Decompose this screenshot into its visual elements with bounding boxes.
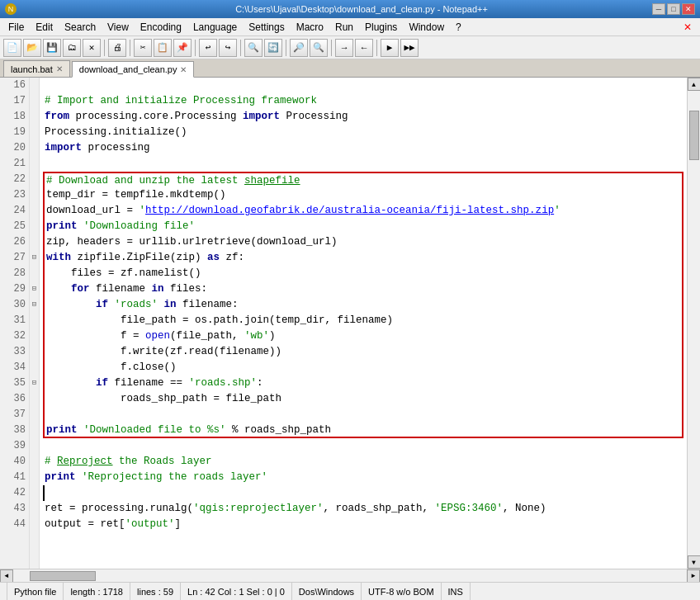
line-number: 31 — [3, 313, 26, 328]
vertical-scrollbar[interactable]: ▲ ▼ — [687, 78, 700, 569]
status-length: length : 1718 — [64, 583, 130, 600]
menu-edit[interactable]: Edit — [31, 20, 58, 35]
scroll-up-arrow[interactable]: ▲ — [688, 78, 701, 91]
scroll-right-arrow[interactable]: ► — [687, 569, 700, 583]
cut-button[interactable]: ✂ — [134, 39, 152, 57]
code-line — [43, 485, 683, 501]
menu-encoding[interactable]: Encoding — [135, 20, 187, 35]
save-all-button[interactable]: 🗂 — [63, 39, 81, 57]
fold-marker[interactable]: ⊟ — [30, 281, 39, 297]
code-line: # Download and unzip the latest shapefil… — [43, 172, 683, 187]
print-button[interactable]: 🖨 — [108, 39, 126, 57]
fold-marker[interactable]: ⊟ — [30, 297, 39, 313]
fold-column: ⊟⊟⊟⊟ — [30, 78, 40, 569]
open-button[interactable]: 📂 — [23, 39, 41, 57]
fold-marker — [30, 328, 39, 344]
tab-bar: launch.bat ✕ download_and_clean.py ✕ — [0, 59, 700, 78]
menu-plugins[interactable]: Plugins — [360, 20, 402, 35]
fold-marker — [30, 109, 39, 125]
zoom-out-button[interactable]: 🔍 — [310, 39, 328, 57]
code-line: f = open(file_path, 'wb') — [43, 328, 683, 344]
code-line: if 'roads' in filename: — [43, 297, 683, 313]
copy-button[interactable]: 📋 — [154, 39, 172, 57]
code-line: # Import and initialize Processing frame… — [43, 93, 683, 109]
indent-button[interactable]: → — [335, 39, 353, 57]
line-number: 35 — [3, 376, 26, 391]
status-eol: Dos\Windows — [292, 583, 362, 600]
fold-marker — [30, 438, 39, 454]
scroll-thumb[interactable] — [689, 111, 699, 160]
code-line: print 'Downloaded file to %s' % roads_sh… — [43, 423, 683, 438]
fold-marker — [30, 407, 39, 423]
tab-close-launch[interactable]: ✕ — [56, 64, 63, 73]
menu-search[interactable]: Search — [59, 20, 101, 35]
menu-macro[interactable]: Macro — [291, 20, 329, 35]
line-number: 20 — [3, 140, 26, 156]
scroll-down-arrow[interactable]: ▼ — [688, 555, 701, 569]
fold-marker — [30, 501, 39, 517]
toolbar: 📄 📂 💾 🗂 ✕ 🖨 ✂ 📋 📌 ↩ ↪ 🔍 🔄 🔎 🔍 → ← ▶ ▶▶ — [0, 36, 700, 59]
fold-marker — [30, 156, 39, 172]
line-number: 40 — [3, 454, 26, 470]
status-lines: lines : 59 — [130, 583, 181, 600]
fold-marker — [30, 423, 39, 438]
tab-launch-bat[interactable]: launch.bat ✕ — [3, 60, 70, 77]
redo-button[interactable]: ↪ — [219, 39, 237, 57]
macro-button[interactable]: ▶ — [381, 39, 399, 57]
line-number: 27 — [3, 250, 26, 266]
code-line: download_url = 'http://download.geofabri… — [43, 203, 683, 219]
fold-marker — [30, 234, 39, 250]
code-editor[interactable]: # Import and initialize Processing frame… — [40, 78, 687, 569]
menu-help[interactable]: ? — [451, 20, 466, 35]
code-line: file_path = os.path.join(temp_dir, filen… — [43, 313, 683, 328]
fold-marker — [30, 203, 39, 219]
title-bar: N C:\Users\Ujaval\Desktop\download_and_c… — [0, 0, 700, 18]
window-title: C:\Users\Ujaval\Desktop\download_and_cle… — [71, 4, 652, 14]
close-button[interactable]: ✕ — [682, 3, 695, 15]
tab-download-clean[interactable]: download_and_clean.py ✕ — [72, 61, 195, 78]
code-line: print 'Reprojecting the roads layer' — [43, 470, 683, 485]
close-file-button[interactable]: ✕ — [83, 39, 101, 57]
find-button[interactable]: 🔍 — [244, 39, 262, 57]
status-position: Ln : 42 Col : 1 Sel : 0 | 0 — [181, 583, 292, 600]
line-number: 36 — [3, 391, 26, 407]
paste-button[interactable]: 📌 — [173, 39, 192, 57]
scroll-h-thumb[interactable] — [30, 571, 96, 581]
line-number: 38 — [3, 423, 26, 438]
maximize-button[interactable]: □ — [667, 3, 680, 15]
menu-view[interactable]: View — [102, 20, 134, 35]
new-button[interactable]: 📄 — [3, 39, 21, 57]
save-button[interactable]: 💾 — [43, 39, 61, 57]
menu-file[interactable]: File — [3, 20, 29, 35]
scroll-left-arrow[interactable]: ◄ — [0, 569, 13, 583]
editor-scroll[interactable]: 1617181920212223242526272829303132333435… — [0, 78, 700, 569]
zoom-in-button[interactable]: 🔎 — [290, 39, 308, 57]
menu-window[interactable]: Window — [404, 20, 449, 35]
minimize-button[interactable]: ─ — [652, 3, 665, 15]
tab-label: download_and_clean.py — [79, 64, 177, 74]
fold-marker[interactable]: ⊟ — [30, 250, 39, 266]
outdent-button[interactable]: ← — [355, 39, 373, 57]
menu-run[interactable]: Run — [330, 20, 358, 35]
replace-button[interactable]: 🔄 — [264, 39, 282, 57]
line-number: 19 — [3, 125, 26, 140]
line-number: 29 — [3, 281, 26, 297]
status-filetype: Python file — [7, 583, 64, 600]
code-line: print 'Downloading file' — [43, 219, 683, 234]
status-bar: Python file length : 1718 lines : 59 Ln … — [0, 582, 700, 600]
code-line: Processing.initialize() — [43, 125, 683, 140]
fold-marker — [30, 219, 39, 234]
line-number: 26 — [3, 234, 26, 250]
code-line: files = zf.namelist() — [43, 266, 683, 281]
fold-marker — [30, 266, 39, 281]
tab-close-main[interactable]: ✕ — [180, 65, 187, 74]
menu-language[interactable]: Language — [188, 20, 242, 35]
menu-settings[interactable]: Settings — [244, 20, 289, 35]
run-button[interactable]: ▶▶ — [400, 39, 419, 57]
horizontal-scrollbar[interactable]: ◄ ► — [0, 569, 700, 582]
undo-button[interactable]: ↩ — [199, 39, 217, 57]
menu-close[interactable]: ✕ — [679, 20, 697, 35]
fold-marker[interactable]: ⊟ — [30, 376, 39, 391]
fold-marker — [30, 454, 39, 470]
code-line — [43, 438, 683, 454]
